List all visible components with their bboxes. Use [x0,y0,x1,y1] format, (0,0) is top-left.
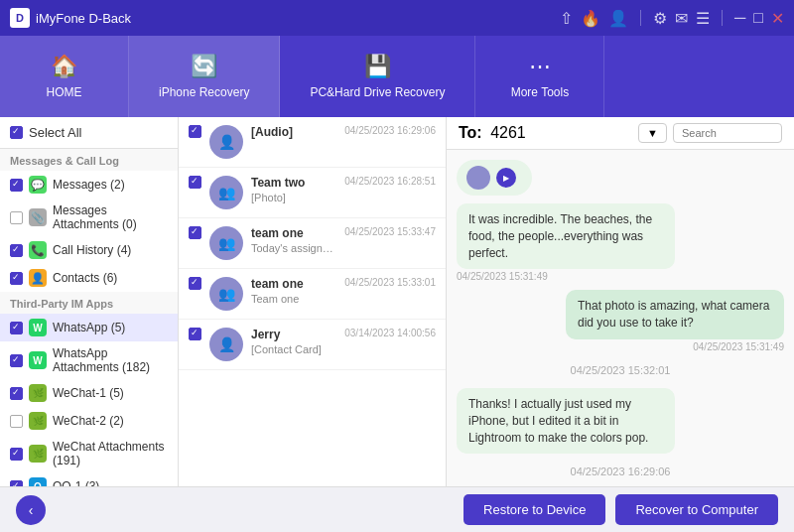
list-item[interactable]: 👥 Team two [Photo] 04/25/2023 16:28:51 [179,168,446,218]
msg2-preview: [Photo] [251,192,336,203]
wechat2-checkbox[interactable] [10,415,23,428]
nav-home-label: HOME [47,85,82,99]
select-all-row[interactable]: Select All [0,117,178,149]
chat-to: To: 4261 [459,124,526,142]
msg3-time: 04/25/2023 15:33:47 [344,226,436,237]
wechat2-icon: 🌿 [29,412,47,430]
filter-icon: ▼ [647,127,658,139]
sidebar-item-whatsapp[interactable]: W WhatsApp (5) [0,314,178,341]
chat-search-input[interactable] [673,123,782,143]
email-icon[interactable]: ✉ [675,9,688,28]
restore-to-device-button[interactable]: Restore to Device [463,494,605,525]
whatsapp-icon: W [29,319,47,336]
call-history-icon: 📞 [29,241,47,259]
sidebar-item-whatsapp-att[interactable]: W WhatsApp Attachments (182) [0,341,178,379]
bubble-incoming1: It was incredible. The beaches, the food… [457,203,675,269]
back-button[interactable]: ‹ [16,495,46,525]
bottombar: ‹ Restore to Device Recover to Computer [0,486,794,532]
app-title: iMyFone D-Back [36,11,560,26]
nav-pc-label: PC&Hard Drive Recovery [310,85,445,99]
menu-icon[interactable]: ☰ [696,9,710,28]
bubble-wrapper-audio: ▶ [457,160,784,196]
msg3-avatar: 👥 [209,226,243,260]
play-button[interactable]: ▶ [496,168,516,188]
wechat-att-checkbox[interactable] [10,448,23,461]
list-item[interactable]: 👥 team one Team one 04/25/2023 15:33:01 [179,269,446,320]
whatsapp-checkbox[interactable] [10,322,23,334]
msg1-name: [Audio] [251,125,336,139]
nav-more-tools[interactable]: ⋯ More Tools [475,36,604,117]
msg1-meta: 04/25/2023 16:29:06 [344,125,436,136]
timestamp-separator2: 04/25/2023 16:29:06 [457,466,784,477]
msg2-time: 04/25/2023 16:28:51 [344,176,436,187]
list-item[interactable]: 👤 [Audio] 04/25/2023 16:29:06 [179,117,446,168]
msg3-preview: Today's assignment: [251,242,336,254]
to-value: 4261 [490,124,526,141]
sidebar-item-wechat-att[interactable]: 🌿 WeChat Attachments (191) [0,435,178,472]
nav-home[interactable]: 🏠 HOME [0,36,129,117]
bottom-actions: Restore to Device Recover to Computer [463,494,778,525]
fire-icon[interactable]: 🔥 [581,9,600,28]
app-logo: D [10,8,30,28]
bubble-incoming2: Thanks! I actually just used my iPhone, … [457,388,675,454]
whatsapp-label: WhatsApp (5) [53,321,125,334]
sidebar-item-messages-att[interactable]: 📎 Messages Attachments (0) [0,199,178,236]
msg2-name: Team two [251,176,336,190]
settings-icon[interactable]: ⚙ [653,9,667,28]
msg2-checkbox[interactable] [189,176,201,189]
chat-messages: ▶ It was incredible. The beaches, the fo… [447,150,794,486]
contacts-label: Contacts (6) [53,271,117,285]
list-item[interactable]: 👤 Jerry [Contact Card] 03/14/2023 14:00:… [179,320,446,370]
share-icon[interactable]: ⇧ [560,9,573,28]
wechat-att-label: WeChat Attachments (191) [53,440,168,467]
maximize-button[interactable]: □ [753,9,763,27]
messages-icon: 💬 [29,176,47,194]
msg1-content: [Audio] [251,125,336,141]
wechat1-checkbox[interactable] [10,387,23,400]
whatsapp-att-icon: W [29,351,47,369]
recover-to-computer-button[interactable]: Recover to Computer [615,494,778,525]
minimize-button[interactable]: ─ [734,9,745,27]
msg4-checkbox[interactable] [189,277,201,290]
msg3-checkbox[interactable] [189,226,201,239]
chat-area: To: 4261 ▼ ▶ It w [447,117,794,486]
qq1-checkbox[interactable] [10,480,23,487]
msg4-avatar: 👥 [209,277,243,311]
whatsapp-att-checkbox[interactable] [10,354,23,367]
timestamp-separator1: 04/25/2023 15:32:01 [457,364,784,376]
sidebar-item-messages[interactable]: 💬 Messages (2) [0,171,178,199]
bubble-time2: 04/25/2023 15:31:49 [693,341,784,352]
bubble-wrapper-incoming2: Thanks! I actually just used my iPhone, … [457,388,784,454]
messages-checkbox[interactable] [10,179,23,192]
list-item[interactable]: 👥 team one Today's assignment: 04/25/202… [179,218,446,269]
audio-bubble: ▶ [457,160,532,196]
sidebar-item-wechat1[interactable]: 🌿 WeChat-1 (5) [0,379,178,407]
contacts-icon: 👤 [29,269,47,287]
message-list: 👤 [Audio] 04/25/2023 16:29:06 👥 Team two… [179,117,447,486]
sidebar-item-qq1[interactable]: Q QQ-1 (3) [0,472,178,486]
sidebar-item-wechat2[interactable]: 🌿 WeChat-2 (2) [0,407,178,435]
filter-button[interactable]: ▼ [638,123,667,143]
msg5-name: Jerry [251,328,336,341]
msg5-time: 03/14/2023 14:00:56 [344,328,436,338]
messages-att-checkbox[interactable] [10,211,23,224]
msg5-checkbox[interactable] [189,328,201,340]
select-all-label: Select All [29,125,81,140]
close-button[interactable]: ✕ [771,9,784,28]
msg4-name: team one [251,277,336,291]
contacts-checkbox[interactable] [10,272,23,285]
user-icon[interactable]: 👤 [608,9,628,28]
msg2-avatar: 👥 [209,176,243,209]
msg1-avatar: 👤 [209,125,243,159]
call-history-checkbox[interactable] [10,244,23,257]
sidebar-item-call-history[interactable]: 📞 Call History (4) [0,236,178,264]
messages-att-icon: 📎 [29,208,47,226]
msg1-checkbox[interactable] [189,125,201,138]
bubble-wrapper-incoming1: It was incredible. The beaches, the food… [457,203,784,282]
msg3-name: team one [251,226,336,240]
msg5-preview: [Contact Card] [251,343,336,355]
nav-pc-recovery[interactable]: 💾 PC&Hard Drive Recovery [280,36,475,117]
select-all-checkbox[interactable] [10,126,23,139]
nav-iphone-recovery[interactable]: 🔄 iPhone Recovery [129,36,280,117]
sidebar-item-contacts[interactable]: 👤 Contacts (6) [0,264,178,292]
